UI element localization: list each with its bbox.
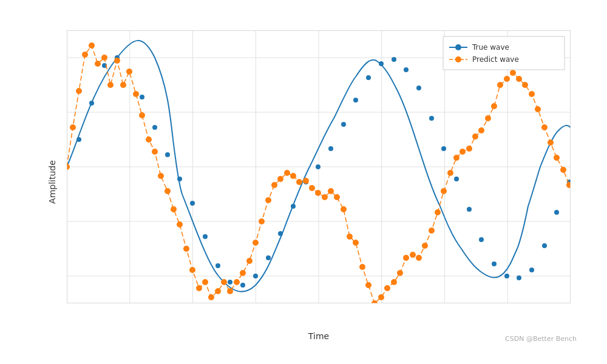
svg-point-38 [353,98,358,103]
svg-point-97 [322,194,328,200]
svg-point-89 [271,182,277,188]
svg-point-92 [290,173,296,179]
svg-point-85 [246,258,253,264]
svg-point-80 [215,288,221,294]
svg-point-27 [215,263,220,268]
svg-point-131 [535,106,541,112]
svg-point-25 [190,201,195,206]
svg-point-111 [410,252,416,258]
svg-text:Predict wave: Predict wave [472,55,519,64]
svg-point-128 [516,76,522,82]
svg-point-91 [284,170,290,176]
svg-point-50 [504,274,509,278]
svg-point-43 [416,86,421,90]
svg-point-94 [303,178,309,184]
svg-point-63 [107,82,114,88]
svg-point-73 [171,206,177,212]
svg-point-58 [76,88,82,94]
svg-point-47 [467,207,472,212]
svg-point-62 [101,55,107,61]
chart-wrapper: Amplitude [24,18,583,346]
svg-point-95 [309,185,315,191]
svg-point-75 [183,246,189,252]
svg-point-76 [189,267,195,273]
svg-point-135 [560,167,566,173]
svg-point-86 [253,240,259,246]
svg-point-124 [491,103,497,109]
chart-svg: 0.0 2.5 5.0 7.5 10.0 12.5 15.0 17.5 20.0… [67,30,571,303]
svg-point-82 [227,288,233,294]
svg-point-107 [384,285,390,291]
svg-point-24 [177,177,182,181]
svg-point-99 [334,194,340,200]
svg-point-90 [277,176,283,182]
svg-point-117 [447,170,453,176]
svg-point-98 [328,188,334,194]
svg-point-42 [404,67,409,72]
svg-point-52 [529,268,534,272]
svg-point-68 [139,112,145,118]
svg-text:True wave: True wave [472,43,509,52]
svg-point-65 [120,82,126,88]
svg-point-44 [429,116,434,121]
svg-point-71 [158,173,164,179]
y-axis-label: Amplitude [47,160,57,204]
svg-point-70 [152,149,158,155]
svg-point-130 [529,91,535,97]
svg-point-69 [146,136,152,143]
svg-point-113 [422,243,428,249]
svg-point-123 [485,115,491,121]
svg-point-115 [435,209,441,215]
svg-point-48 [479,237,484,242]
svg-point-171 [455,56,461,62]
svg-point-21 [140,95,144,99]
svg-point-87 [259,218,265,224]
svg-point-74 [177,221,183,228]
svg-point-83 [234,279,240,285]
svg-point-109 [397,270,403,276]
svg-point-168 [455,44,461,50]
svg-point-122 [478,127,484,133]
svg-point-121 [472,133,478,140]
svg-point-129 [522,82,528,88]
svg-point-125 [497,82,503,88]
svg-point-118 [453,155,459,161]
svg-point-46 [454,177,459,181]
svg-point-45 [441,146,446,151]
svg-point-17 [89,101,94,106]
svg-point-81 [221,279,227,285]
svg-point-23 [165,152,170,157]
svg-point-72 [164,188,171,194]
svg-point-54 [554,210,559,215]
svg-point-22 [152,125,157,130]
svg-point-16 [76,137,81,142]
svg-point-32 [278,231,283,236]
svg-point-28 [228,280,232,285]
svg-point-36 [328,146,333,151]
svg-point-134 [554,155,560,161]
svg-point-53 [542,243,547,248]
svg-point-102 [353,240,359,246]
svg-point-57 [70,124,76,130]
svg-point-112 [416,255,422,261]
svg-point-40 [379,61,384,66]
svg-point-96 [315,190,321,196]
svg-point-127 [510,70,516,76]
svg-point-88 [265,197,271,203]
svg-point-119 [459,149,466,155]
svg-point-78 [202,279,208,285]
svg-point-132 [541,124,548,130]
svg-point-110 [403,255,409,261]
svg-point-29 [240,283,245,288]
x-axis-label: Time [308,331,329,341]
svg-point-51 [517,275,521,280]
svg-point-41 [392,57,396,62]
svg-point-49 [492,261,497,266]
svg-point-60 [89,42,95,49]
svg-point-93 [296,179,302,185]
svg-point-61 [95,61,101,67]
svg-point-126 [504,76,510,82]
svg-point-104 [365,282,371,288]
svg-point-79 [208,294,214,300]
svg-point-64 [114,58,120,64]
